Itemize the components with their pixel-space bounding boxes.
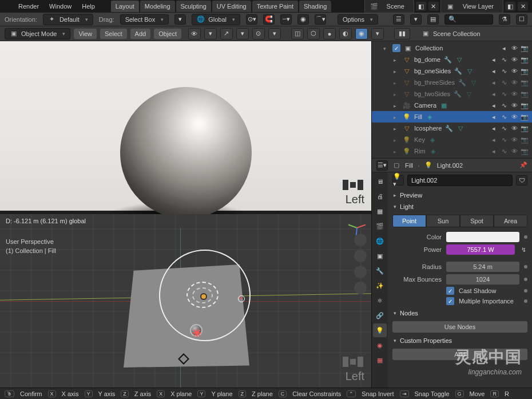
eye-icon[interactable]: 👁 bbox=[510, 113, 518, 121]
anim-dot[interactable] bbox=[524, 299, 527, 303]
viewlayer-close[interactable]: ✕ bbox=[517, 1, 529, 11]
type-sun[interactable]: Sun bbox=[426, 215, 460, 227]
anim-dot[interactable] bbox=[524, 278, 527, 281]
hide-icon[interactable]: ∿ bbox=[500, 113, 508, 121]
select-icon[interactable]: ◂ bbox=[490, 67, 498, 75]
ptab-particles[interactable]: ✨ bbox=[373, 279, 387, 293]
render-icon[interactable]: 📷 bbox=[521, 44, 529, 52]
fake-user[interactable]: 🛡 bbox=[516, 175, 527, 185]
shade-matprev[interactable]: ◐ bbox=[339, 28, 352, 39]
options-dd[interactable]: Options bbox=[338, 14, 378, 25]
menu-object[interactable]: Object bbox=[154, 29, 181, 39]
color-swatch[interactable] bbox=[446, 232, 519, 242]
outliner-item-icosphere[interactable]: ▽Icosphere🔧▽◂∿👁📷 bbox=[372, 123, 532, 134]
ptab-render[interactable]: 🖥 bbox=[373, 175, 387, 188]
overlays-dd[interactable]: ▾ bbox=[268, 28, 281, 39]
ptab-output[interactable]: 🖨 bbox=[373, 189, 387, 203]
panel-preview[interactable]: Preview bbox=[392, 189, 527, 201]
shade-solid[interactable]: ● bbox=[323, 28, 336, 39]
shade-wire[interactable]: ⬡ bbox=[307, 28, 320, 39]
use-nodes-button[interactable]: Use Nodes bbox=[392, 321, 527, 333]
outliner-item-fill[interactable]: 💡Fill◈◂∿👁📷 bbox=[372, 111, 532, 123]
select-icon[interactable]: ◂ bbox=[490, 56, 498, 64]
hide-icon[interactable]: ∿ bbox=[500, 124, 508, 132]
gizmo-dd[interactable]: ▾ bbox=[236, 28, 249, 39]
outliner-search[interactable]: 🔍 bbox=[444, 14, 493, 25]
collection-row[interactable]: ▣ Collection ◂👁📷 bbox=[372, 42, 532, 54]
visibility-dd[interactable]: ▾ bbox=[204, 28, 217, 39]
drag-dd[interactable]: Select Box bbox=[120, 14, 169, 25]
nav-camera[interactable] bbox=[354, 266, 367, 278]
tab-layout[interactable]: Layout bbox=[111, 1, 139, 12]
snap-dd[interactable]: ┄▾ bbox=[280, 14, 292, 25]
ptab-object[interactable]: ▣ bbox=[373, 249, 387, 263]
eye-icon[interactable]: 👁 bbox=[510, 44, 518, 52]
panel-custom-props[interactable]: Custom Properties bbox=[392, 335, 527, 346]
select-icon[interactable]: ◂ bbox=[490, 136, 498, 144]
nav-persp[interactable] bbox=[354, 282, 367, 294]
ptab-material[interactable]: ◉ bbox=[373, 338, 387, 352]
ptab-texture[interactable]: ▦ bbox=[373, 353, 387, 367]
ptab-constraints[interactable]: 🔗 bbox=[373, 309, 387, 322]
anim-dot[interactable] bbox=[524, 235, 527, 239]
tab-texpaint[interactable]: Texture Paint bbox=[252, 1, 298, 12]
menu-add[interactable]: Add bbox=[130, 29, 151, 39]
select-icon[interactable]: ◂ bbox=[490, 147, 498, 155]
hide-icon[interactable]: ∿ bbox=[500, 56, 508, 64]
hide-icon[interactable]: ∿ bbox=[500, 136, 508, 144]
ptab-scene[interactable]: 🎬 bbox=[373, 219, 387, 233]
ptab-world[interactable]: 🌐 bbox=[373, 234, 387, 248]
tab-sculpting[interactable]: Sculpting bbox=[176, 1, 211, 12]
drag-options-icon[interactable]: ▾ bbox=[174, 14, 186, 25]
props-editor-icon[interactable]: ☰▾ bbox=[376, 160, 388, 171]
ptab-viewlayer[interactable]: ▦ bbox=[373, 204, 387, 218]
eye-icon[interactable]: 👁 bbox=[510, 101, 518, 109]
3d-cursor[interactable] bbox=[237, 294, 246, 303]
hide-icon[interactable]: ∿ bbox=[500, 101, 508, 109]
eye-icon[interactable]: 👁 bbox=[510, 56, 518, 64]
scene-browse[interactable]: ◧ bbox=[415, 1, 427, 11]
menu-help[interactable]: Help bbox=[77, 1, 100, 11]
outliner-item-bg_twosides[interactable]: ▽bg_twoSides🔧▽◂∿👁📷 bbox=[372, 88, 532, 100]
overlays-toggle[interactable]: ⊙ bbox=[252, 28, 265, 39]
render-icon[interactable]: 📷 bbox=[521, 90, 529, 98]
outliner-editor-icon[interactable]: ☰ bbox=[393, 14, 404, 25]
transform-dd[interactable]: 🌐Global bbox=[192, 14, 240, 25]
type-spot[interactable]: Spot bbox=[460, 215, 494, 227]
select-icon[interactable]: ◂ bbox=[490, 113, 498, 121]
render-icon[interactable]: 📷 bbox=[521, 101, 529, 109]
cast-shadow-checkbox[interactable] bbox=[446, 287, 454, 295]
add-custom-prop-button[interactable]: Add bbox=[392, 349, 527, 360]
collection-enable-checkbox[interactable] bbox=[392, 44, 400, 52]
outliner-item-bg_onesides[interactable]: ▽bg_oneSides🔧▽◂∿👁📷 bbox=[372, 65, 532, 77]
select-icon[interactable]: ◂ bbox=[490, 90, 498, 98]
render-icon[interactable]: 📷 bbox=[521, 78, 529, 86]
hide-icon[interactable]: ∿ bbox=[500, 78, 508, 86]
viewlayer-selector[interactable]: ▣ View Layer bbox=[440, 0, 503, 13]
select-icon[interactable]: ◂ bbox=[490, 78, 498, 86]
3d-viewport[interactable]: ✳ D: -6.121 m (6.121 m) global User Pers… bbox=[0, 214, 371, 388]
menu-window[interactable]: Window bbox=[45, 1, 76, 11]
eye-icon[interactable]: 👁 bbox=[510, 136, 518, 144]
outliner-display-dd[interactable]: ▾ bbox=[410, 14, 422, 25]
hide-icon[interactable]: ∿ bbox=[500, 90, 508, 98]
pivot-dd[interactable]: ⊙▾ bbox=[246, 14, 257, 25]
menu-view[interactable]: View bbox=[74, 29, 97, 39]
tab-uv[interactable]: UV Editing bbox=[212, 1, 251, 12]
render-preview[interactable]: Left bbox=[0, 41, 371, 211]
eye-icon[interactable]: 👁 bbox=[510, 78, 518, 86]
hide-icon[interactable]: ∿ bbox=[500, 67, 508, 75]
nav-pan[interactable] bbox=[354, 250, 367, 262]
viewport-region-widget[interactable] bbox=[343, 357, 363, 367]
tab-modeling[interactable]: Modeling bbox=[140, 1, 175, 12]
select-icon[interactable]: ◂ bbox=[490, 101, 498, 109]
anim-dot[interactable] bbox=[524, 265, 527, 268]
pin-icon[interactable]: 📌 bbox=[519, 161, 527, 169]
mode-dd[interactable]: ▣Object Mode bbox=[5, 28, 70, 39]
outliner-item-camera[interactable]: 🎥Camera▦◂∿👁📷 bbox=[372, 100, 532, 111]
select-icon[interactable]: ◂ bbox=[490, 124, 498, 132]
render-icon[interactable]: 📷 bbox=[521, 67, 529, 75]
tab-shading[interactable]: Shading bbox=[299, 1, 331, 12]
eye-icon[interactable]: 👁 bbox=[510, 124, 518, 132]
outliner-new[interactable]: ☐ bbox=[516, 14, 527, 25]
